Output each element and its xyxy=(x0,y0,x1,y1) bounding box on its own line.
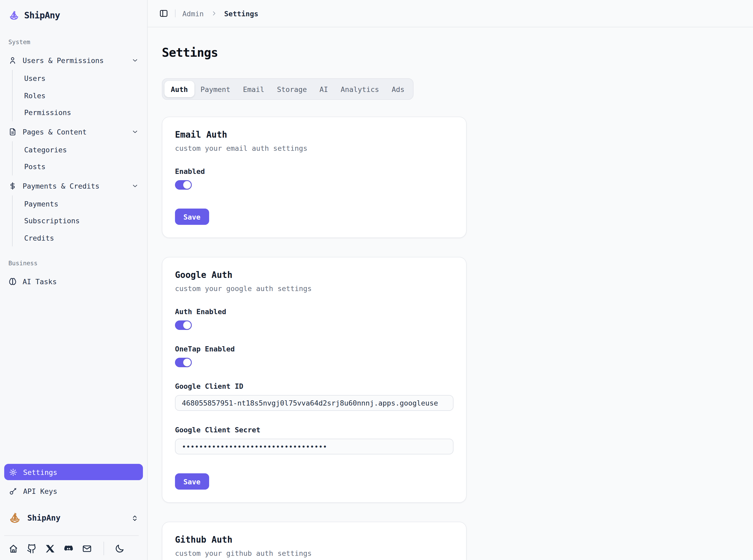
section-label-business: Business xyxy=(8,260,139,267)
field-label: Auth Enabled xyxy=(175,307,454,316)
google-client-id-input[interactable] xyxy=(175,395,454,411)
tab-storage[interactable]: Storage xyxy=(271,81,313,97)
toggle-thumb xyxy=(183,321,191,329)
sidebar-item-users-permissions[interactable]: Users & Permissions xyxy=(0,52,147,69)
tab-analytics[interactable]: Analytics xyxy=(334,81,385,97)
topbar: Admin Settings xyxy=(148,0,753,27)
save-button[interactable]: Save xyxy=(175,473,209,489)
breadcrumb-admin[interactable]: Admin xyxy=(182,9,204,18)
cards-container: Email Authcustom your email auth setting… xyxy=(162,117,740,560)
field-google-client-secret: Google Client Secret xyxy=(175,425,454,455)
key-icon xyxy=(9,487,17,495)
subnav-users-permissions: UsersRolesPermissions xyxy=(12,70,147,121)
sidebar-subitem-categories[interactable]: Categories xyxy=(13,141,147,158)
auth-enabled-toggle[interactable] xyxy=(175,320,192,330)
field-auth-enabled: Auth Enabled xyxy=(175,307,454,330)
email-link-icon[interactable] xyxy=(82,543,92,554)
sidebar-subitem-users[interactable]: Users xyxy=(13,70,147,87)
breadcrumb-divider xyxy=(175,9,176,17)
card-email-auth: Email Authcustom your email auth setting… xyxy=(162,117,467,238)
subnav-pages-content: CategoriesPosts xyxy=(12,141,147,175)
sidebar-item-pages-content[interactable]: Pages & Content xyxy=(0,123,147,140)
file-text-icon xyxy=(8,127,17,136)
nav-group-pages-content: Pages & ContentCategoriesPosts xyxy=(0,123,147,175)
card-description: custom your github auth settings xyxy=(175,549,454,557)
enabled-toggle[interactable] xyxy=(175,180,192,189)
workspace-switcher[interactable]: ShipAny xyxy=(4,505,143,531)
sidebar-subitem-permissions[interactable]: Permissions xyxy=(13,104,147,121)
sidebar-subitem-subscriptions[interactable]: Subscriptions xyxy=(13,212,147,229)
sidebar-item-label: Pages & Content xyxy=(23,127,87,136)
tab-ai[interactable]: AI xyxy=(313,81,335,97)
tab-auth[interactable]: Auth xyxy=(164,81,194,97)
chevron-down-icon[interactable] xyxy=(131,128,139,135)
subnav-payments-credits: PaymentsSubscriptionsCredits xyxy=(12,195,147,246)
nav-group-users-permissions: Users & PermissionsUsersRolesPermissions xyxy=(0,52,147,121)
social-links-row xyxy=(4,537,143,560)
sailboat-icon xyxy=(8,512,21,524)
x-twitter-link-icon[interactable] xyxy=(45,543,55,554)
social-divider xyxy=(103,542,104,555)
tab-email[interactable]: Email xyxy=(237,81,271,97)
sidebar-subitem-payments[interactable]: Payments xyxy=(13,195,147,212)
tab-ads[interactable]: Ads xyxy=(385,81,411,97)
chevron-down-icon[interactable] xyxy=(131,57,139,64)
main-area: Admin Settings Settings AuthPaymentEmail… xyxy=(148,0,753,560)
sidebar-item-ai-tasks[interactable]: AI Tasks xyxy=(0,273,147,290)
sidebar-item-label: Settings xyxy=(23,468,57,476)
sidebar-subitem-posts[interactable]: Posts xyxy=(13,158,147,175)
moon-icon[interactable] xyxy=(115,543,124,554)
page-content: Settings AuthPaymentEmailStorageAIAnalyt… xyxy=(148,27,753,560)
sidebar-item-payments-credits[interactable]: Payments & Credits xyxy=(0,177,147,194)
sailboat-logo-icon xyxy=(8,10,19,21)
sidebar-subitem-roles[interactable]: Roles xyxy=(13,87,147,104)
toggle-thumb xyxy=(183,359,191,366)
onetap-enabled-toggle[interactable] xyxy=(175,358,192,367)
card-google-auth: Google Authcustom your google auth setti… xyxy=(162,257,467,503)
save-button[interactable]: Save xyxy=(175,208,209,225)
chevron-right-icon xyxy=(211,10,217,17)
sidebar-divider xyxy=(4,535,139,536)
panel-left-icon[interactable] xyxy=(159,9,168,18)
google-client-secret-input[interactable] xyxy=(175,439,454,455)
breadcrumb-settings: Settings xyxy=(224,9,258,18)
sidebar-item-label: Users & Permissions xyxy=(23,56,104,65)
field-label: Google Client Secret xyxy=(175,425,454,434)
app-window: ShipAny SystemUsers & PermissionsUsersRo… xyxy=(0,0,753,560)
field-google-client-id: Google Client ID xyxy=(175,382,454,411)
home-link-icon[interactable] xyxy=(8,543,18,554)
workspace-name: ShipAny xyxy=(27,513,60,523)
gear-icon xyxy=(9,468,17,476)
card-title: Github Auth xyxy=(175,535,454,545)
sidebar-item-label: API Keys xyxy=(23,487,57,495)
sidebar-item-label: AI Tasks xyxy=(23,277,57,286)
sidebar-item-api-keys[interactable]: API Keys xyxy=(4,483,143,499)
sidebar-header: ShipAny xyxy=(0,0,147,25)
chevron-down-icon[interactable] xyxy=(131,182,139,189)
sidebar-item-settings[interactable]: Settings xyxy=(4,464,143,480)
brain-icon xyxy=(8,277,17,286)
sidebar-subitem-credits[interactable]: Credits xyxy=(13,229,147,246)
card-title: Email Auth xyxy=(175,130,454,140)
card-github-auth: Github Authcustom your github auth setti… xyxy=(162,522,467,560)
section-label-system: System xyxy=(8,38,139,46)
field-label: Google Client ID xyxy=(175,382,454,390)
sidebar: ShipAny SystemUsers & PermissionsUsersRo… xyxy=(0,0,148,560)
toggle-thumb xyxy=(183,181,191,188)
card-title: Google Auth xyxy=(175,270,454,280)
sidebar-item-label: Payments & Credits xyxy=(23,181,100,190)
settings-tabs: AuthPaymentEmailStorageAIAnalyticsAds xyxy=(162,78,414,100)
sidebar-nav: SystemUsers & PermissionsUsersRolesPermi… xyxy=(0,25,147,290)
field-label: OneTap Enabled xyxy=(175,345,454,353)
brand[interactable]: ShipAny xyxy=(8,5,139,25)
field-onetap-enabled: OneTap Enabled xyxy=(175,345,454,367)
card-description: custom your email auth settings xyxy=(175,144,454,152)
brand-name: ShipAny xyxy=(24,10,60,20)
user-icon xyxy=(8,56,17,65)
discord-link-icon[interactable] xyxy=(64,543,74,554)
tab-payment[interactable]: Payment xyxy=(194,81,237,97)
nav-group-payments-credits: Payments & CreditsPaymentsSubscriptionsC… xyxy=(0,177,147,246)
page-title: Settings xyxy=(162,45,740,60)
github-link-icon[interactable] xyxy=(27,543,37,554)
dollar-sign-icon xyxy=(8,181,17,190)
